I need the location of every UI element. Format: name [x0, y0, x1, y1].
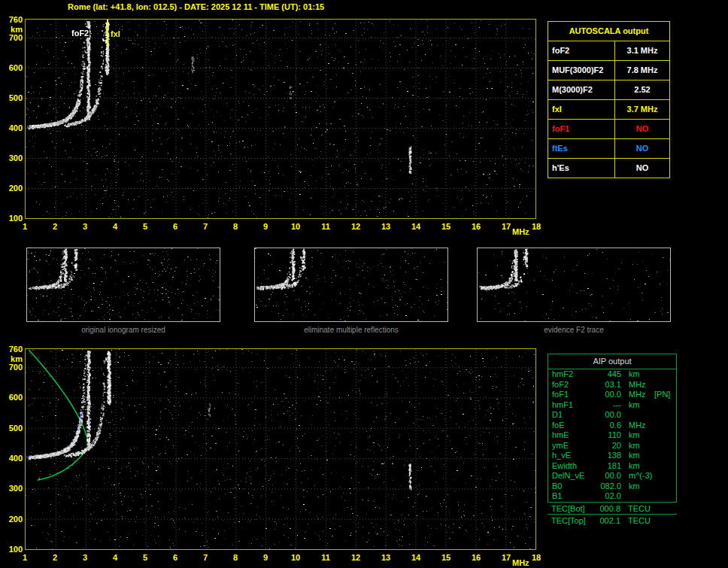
thumbnail-original-ionogram: [26, 248, 220, 322]
aip-row-ymE: ymE20km: [548, 441, 676, 451]
aip-tec-row-1: TEC[Top]002.1TECU: [548, 515, 677, 526]
aip-unit: MHz: [624, 390, 654, 400]
aip-unit: km: [624, 451, 654, 461]
aip-extra: [654, 421, 676, 431]
autoscala-row-value: 2.52: [615, 80, 669, 99]
x-tick-label: 3: [77, 553, 93, 562]
x-tick-label: 11: [317, 222, 334, 231]
aip-row-hmE: hmE110km: [548, 430, 676, 441]
aip-label: h_vE: [552, 451, 596, 461]
autoscala-output-panel: AUTOSCALA output foF23.1 MHzMUF(3000)F27…: [548, 21, 670, 178]
aip-unit: [624, 491, 654, 502]
autoscala-row-MUF3000F2: MUF(3000)F27.8 MHz: [548, 61, 669, 80]
aip-extra: [654, 441, 676, 451]
aip-extra: [654, 400, 676, 411]
y-tick-label: 300: [3, 153, 23, 163]
x-tick-label: 12: [347, 222, 364, 231]
aip-row-B0: B0082.0km: [548, 481, 676, 492]
aip-extra: [654, 410, 676, 421]
autoscala-row-label: foF1: [548, 120, 615, 138]
x-tick-label: 10: [287, 222, 304, 231]
aip-unit: km: [624, 481, 654, 492]
aip-extra: [654, 380, 676, 390]
x-tick-label: 14: [408, 222, 424, 231]
aip-row-Ewidth: Ewidth181km: [548, 461, 676, 472]
aip-extra: [654, 430, 676, 441]
aip-label: ymE: [552, 441, 596, 451]
aip-unit: [624, 410, 654, 421]
x-tick-label: 2: [47, 222, 63, 231]
x-tick-label: 7: [197, 222, 214, 231]
x-tick-label: 6: [167, 222, 184, 231]
aip-label: hmE: [552, 430, 596, 441]
x-tick-label: 16: [468, 553, 484, 562]
aip-extra: [654, 471, 676, 481]
x-tick-label: 13: [378, 553, 394, 562]
y-tick-label: 760: [3, 15, 23, 24]
aip-label: foF2: [552, 380, 596, 390]
x-tick-label: 2: [47, 553, 63, 562]
autoscala-rows: foF23.1 MHzMUF(3000)F27.8 MHzM(3000)F22.…: [548, 41, 669, 178]
y-tick-label: 700: [3, 363, 23, 372]
x-tick-label: 16: [468, 222, 484, 231]
aip-row-hmF2: hmF2445km: [548, 369, 676, 380]
aip-label: hmF1: [552, 400, 596, 411]
autoscala-row-value: 3.1 MHz: [615, 41, 669, 60]
aip-extra: [654, 461, 676, 472]
thumbnail-caption-original: original ionogram resized: [26, 326, 220, 334]
aip-tec-rows: TEC[Bot]000.8TECUTEC[Top]002.1TECU: [548, 503, 677, 526]
fof2-annotation: foF2: [71, 29, 89, 38]
aip-value: ---: [596, 400, 624, 411]
y-tick-label: 600: [3, 63, 23, 72]
aip-label: foE: [552, 421, 596, 431]
header-title: Rome (lat: +41.8, lon: 012.5) - DATE: 20…: [68, 2, 324, 11]
fxi-annotation: fxI: [110, 29, 121, 38]
y-tick-label: 400: [3, 454, 23, 463]
x-tick-label: 1: [17, 553, 33, 562]
x-tick-label: 4: [107, 222, 123, 231]
tec-unit: TECU: [623, 515, 654, 526]
aip-panel-title: AIP output: [548, 354, 676, 369]
x-tick-label: 9: [257, 553, 274, 562]
autoscala-row-foF2: foF23.1 MHz: [548, 41, 669, 61]
aip-row-B1: B102.0: [548, 491, 676, 502]
aip-unit: MHz: [624, 421, 654, 431]
autoscala-row-label: fxI: [548, 100, 615, 119]
tec-label: TEC[Bot]: [551, 503, 595, 514]
thumbnail-original-canvas: [27, 248, 220, 321]
x-tick-label: 13: [378, 222, 394, 231]
y-tick-label: 100: [3, 214, 23, 223]
x-tick-label: 10: [287, 553, 304, 562]
aip-label: foF1: [552, 390, 596, 400]
x-tick-label: 15: [438, 553, 454, 562]
y-tick-label: 700: [3, 33, 23, 42]
aip-value: 138: [596, 451, 624, 461]
thumbnail-evidence-canvas: [478, 248, 670, 321]
y-tick-label: 400: [3, 123, 23, 132]
autoscala-row-label: h'Es: [548, 159, 615, 178]
aip-extra: [654, 451, 676, 461]
thumbnail-eliminate-reflections: [254, 248, 448, 322]
aip-unit: MHz: [624, 380, 654, 390]
x-tick-label: 14: [408, 553, 424, 562]
aip-value: 110: [596, 430, 624, 441]
thumbnail-caption-reflections: eliminate multiple reflections: [254, 326, 448, 334]
y-tick-label: 300: [3, 484, 23, 493]
aip-label: hmF2: [552, 369, 596, 380]
thumbnail-caption-evidence: evidence F2 trace: [477, 326, 671, 334]
autoscala-row-fxI: fxI3.7 MHz: [548, 100, 669, 120]
thumbnail-reflections-canvas: [255, 248, 447, 321]
aip-unit: km: [624, 430, 654, 441]
top-ionogram-canvas: [26, 20, 535, 218]
tec-value: 002.1: [595, 515, 623, 526]
autoscala-panel-title: AUTOSCALA output: [548, 22, 669, 41]
aip-unit: km: [624, 461, 654, 472]
aip-value: 00.0: [596, 410, 624, 421]
aip-unit: km: [624, 441, 654, 451]
aip-value: 20: [596, 441, 624, 451]
x-tick-label: 1: [17, 222, 33, 231]
x-tick-label: 5: [137, 553, 153, 562]
aip-row-hmF1: hmF1---km: [548, 400, 676, 411]
aip-value: 445: [596, 369, 624, 380]
tec-label: TEC[Top]: [551, 515, 595, 526]
